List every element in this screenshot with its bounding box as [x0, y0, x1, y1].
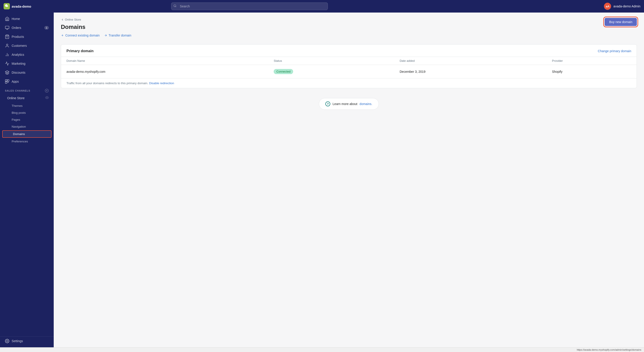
apps-icon [5, 79, 10, 84]
sidebar-sub-blog-posts[interactable]: Blog posts [1, 110, 52, 116]
sidebar-item-label: Orders [12, 26, 21, 30]
orders-icon [5, 26, 10, 30]
col-provider: Provider [547, 57, 636, 65]
svg-rect-1 [5, 26, 9, 29]
sidebar-item-label: Discounts [12, 71, 25, 74]
domains-learn-link[interactable]: domains. [360, 102, 372, 106]
sidebar-item-discounts[interactable]: Discounts [1, 68, 52, 77]
learn-more-section: ? Learn more about domains. [61, 92, 637, 116]
sidebar-item-apps[interactable]: Apps [1, 77, 52, 86]
table-row: avada-demo.myshopify.com Connected Decem… [61, 65, 636, 78]
col-status: Status [268, 57, 394, 65]
col-domain-name: Domain Name [61, 57, 268, 65]
sidebar-item-online-store[interactable]: Online Store [1, 94, 52, 102]
brand-name: avada-demo [12, 5, 31, 8]
status-badge: Connected [274, 69, 293, 74]
disable-redirection-link[interactable]: Disable redirection [149, 82, 174, 85]
topnav-right: aA avada-demo Admin [604, 3, 640, 10]
provider-cell: Shopify [547, 65, 636, 78]
sidebar: Home Orders 1 Products Customers A [0, 13, 54, 347]
sidebar-item-analytics[interactable]: Analytics [1, 50, 52, 59]
preferences-label: Preferences [12, 140, 28, 143]
main-content: Online Store Domains Connect existing do… [54, 13, 644, 347]
connect-icon [61, 34, 64, 37]
sidebar-item-label: Products [12, 35, 24, 39]
primary-domain-card: Primary domain Change primary domain Dom… [61, 44, 637, 88]
top-navigation: avada-demo aA avada-demo Admin [0, 0, 644, 13]
connect-label: Connect existing domain [65, 34, 100, 37]
sidebar-sub-domains[interactable]: Domains [2, 130, 52, 138]
sidebar-sub-preferences[interactable]: Preferences [1, 138, 52, 145]
card-footer: Traffic from all your domains redirects … [61, 78, 636, 88]
svg-point-13 [46, 97, 48, 98]
status-url: https://avada-demo.myshopify.com/admin/s… [577, 348, 641, 351]
date-added-cell: December 3, 2019 [394, 65, 547, 78]
page-header-right: Buy new domain [604, 18, 637, 26]
sidebar-item-label: Home [12, 17, 20, 21]
settings-label: Settings [12, 339, 23, 343]
analytics-icon [5, 52, 10, 57]
transfer-domain-link[interactable]: Transfer domain [104, 34, 131, 37]
svg-rect-7 [5, 80, 7, 82]
sales-channels-label: SALES CHANNELS [5, 89, 30, 92]
sidebar-item-label: Marketing [12, 62, 25, 65]
add-channel-icon[interactable] [45, 89, 49, 93]
settings-icon [5, 339, 10, 343]
blog-posts-label: Blog posts [12, 111, 26, 114]
transfer-label: Transfer domain [108, 34, 131, 37]
footer-text: Traffic from all your domains redirects … [66, 82, 148, 85]
orders-badge: 1 [44, 26, 49, 30]
chevron-left-icon [61, 18, 64, 21]
customers-icon [5, 44, 10, 48]
admin-name: avada-demo Admin [613, 5, 640, 8]
sidebar-sub-themes[interactable]: Themes [1, 103, 52, 109]
page-header-row: Online Store Domains Connect existing do… [61, 18, 637, 43]
sidebar-item-label: Apps [12, 80, 19, 83]
breadcrumb-label: Online Store [65, 18, 81, 21]
help-icon: ? [325, 101, 330, 106]
primary-domain-title: Primary domain [66, 49, 94, 53]
sidebar-sub-navigation[interactable]: Navigation [1, 123, 52, 130]
sidebar-sub-pages[interactable]: Pages [1, 116, 52, 123]
svg-rect-8 [8, 80, 9, 82]
svg-rect-9 [5, 82, 7, 84]
eye-icon [45, 96, 49, 100]
page-header-left: Online Store Domains Connect existing do… [61, 18, 131, 43]
navigation-label: Navigation [12, 125, 26, 128]
domains-label: Domains [13, 132, 25, 136]
sidebar-item-products[interactable]: Products [1, 33, 52, 41]
products-icon [5, 35, 10, 39]
col-date-added: Date added [394, 57, 547, 65]
online-store-label: Online Store [7, 96, 43, 100]
shopify-logo-icon [4, 3, 10, 10]
connect-existing-domain-link[interactable]: Connect existing domain [61, 34, 100, 37]
sidebar-item-label: Customers [12, 44, 27, 48]
breadcrumb[interactable]: Online Store [61, 18, 131, 21]
sidebar-item-orders[interactable]: Orders 1 [1, 24, 52, 32]
page-title: Domains [61, 24, 131, 31]
pages-label: Pages [12, 118, 20, 121]
sidebar-item-customers[interactable]: Customers [1, 42, 52, 50]
sidebar-item-marketing[interactable]: Marketing [1, 59, 52, 68]
sidebar-bottom: Settings [0, 336, 54, 345]
sidebar-item-label: Analytics [12, 53, 24, 57]
search-input[interactable] [171, 3, 328, 10]
domain-table: Domain Name Status Date added Provider a… [61, 57, 636, 78]
learn-more-text: Learn more about [332, 102, 357, 106]
layout: Home Orders 1 Products Customers A [0, 13, 644, 347]
avatar[interactable]: aA [604, 3, 611, 10]
buy-new-domain-button[interactable]: Buy new domain [604, 18, 637, 26]
svg-point-14 [7, 340, 8, 342]
page-actions-row: Connect existing domain Transfer domain [61, 34, 131, 37]
themes-label: Themes [12, 104, 22, 108]
status-bar: https://avada-demo.myshopify.com/admin/s… [0, 347, 644, 352]
search-bar [171, 3, 328, 10]
sidebar-item-settings[interactable]: Settings [1, 337, 52, 345]
learn-more-pill: ? Learn more about domains. [319, 98, 378, 110]
marketing-icon [5, 61, 10, 66]
search-icon [174, 4, 176, 8]
sidebar-item-home[interactable]: Home [1, 15, 52, 23]
brand-logo[interactable]: avada-demo [4, 3, 31, 10]
discounts-icon [5, 70, 10, 75]
change-primary-domain-link[interactable]: Change primary domain [598, 49, 631, 53]
